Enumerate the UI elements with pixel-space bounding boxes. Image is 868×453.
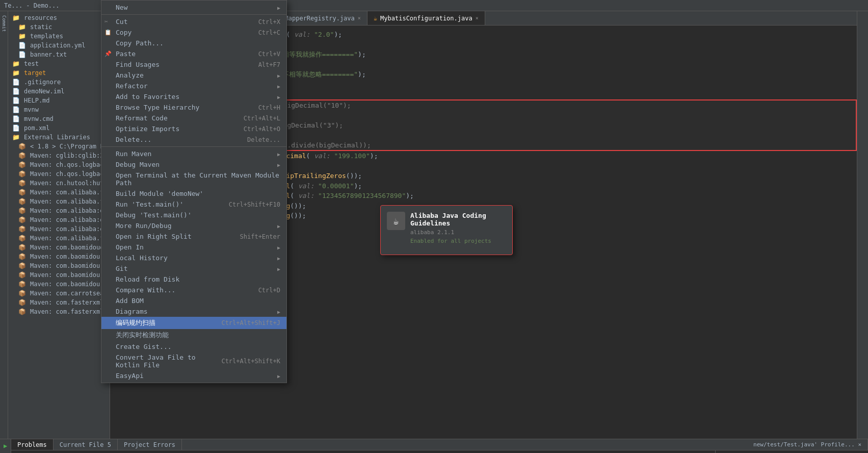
menu-item-find-usages[interactable]: Find UsagesAlt+F7 — [101, 59, 286, 70]
menu-label: Git — [116, 265, 127, 272]
sidebar-item-maven--com-fasterxml-jac[interactable]: 📦Maven: com.fasterxml.jac — [8, 307, 110, 316]
menu-item-debug-test[interactable]: Debug 'Test.main()' — [101, 210, 286, 220]
menu-item-paste[interactable]: 📌PasteCtrl+V — [101, 48, 286, 59]
menu-item-analyze[interactable]: Analyze — [101, 70, 286, 81]
sidebar-item--gitignore[interactable]: 📄.gitignore — [8, 78, 110, 87]
sidebar-item-maven--cglib-cglib-3-3-0[interactable]: 📦Maven: cglib:cglib:3.3.0 — [8, 151, 110, 160]
menu-item-reformat[interactable]: Reformat CodeCtrl+Alt+L — [101, 113, 286, 123]
sidebar-item-maven--com-alibaba-drui[interactable]: 📦Maven: com.alibaba:drui — [8, 215, 110, 224]
menu-item-open-right[interactable]: Open in Right SplitShift+Enter — [101, 231, 286, 242]
sidebar-item-maven--com-baomidou-m[interactable]: 📦Maven: com.baomidou:m — [8, 261, 110, 270]
sidebar-item-maven--cn-hutool-hutool--[interactable]: 📦Maven: cn.hutool:hutool-. — [8, 179, 110, 188]
menu-item-run-test[interactable]: Run 'Test.main()'Ctrl+Shift+F10 — [101, 199, 286, 210]
lib-icon: 📦 — [18, 299, 26, 306]
sidebar-item-external-libraries[interactable]: 📁External Libraries — [8, 133, 110, 142]
sidebar-item-maven--ch-qos-logback-lc[interactable]: 📦Maven: ch.qos.logback:lc — [8, 169, 110, 179]
sidebar-item-maven--com-baomidou-m[interactable]: 📦Maven: com.baomidou:m — [8, 252, 110, 261]
lib-icon: 📦 — [18, 244, 26, 251]
sidebar-item---1-8---c--program-files[interactable]: 📦< 1.8 > C:\Program Files — [8, 142, 110, 151]
file-icon: 📄 — [12, 88, 20, 95]
sidebar-item-maven--com-baomidoud-m[interactable]: 📦Maven: com.baomidoud:m — [8, 243, 110, 252]
sidebar-item-banner-txt[interactable]: 📄banner.txt — [8, 50, 110, 59]
menu-item-new[interactable]: New — [101, 2, 286, 13]
plugin-version: alibaba 2.1.1 — [410, 229, 506, 236]
sidebar-item-templates[interactable]: 📁templates — [8, 32, 110, 41]
menu-item-add-favorites[interactable]: Add to Favorites — [101, 91, 286, 102]
menu-label: More Run/Debug — [116, 222, 172, 230]
menu-item-coding-scan[interactable]: 编码规约扫描Ctrl+Alt+Shift+J — [101, 317, 286, 329]
sidebar-item-maven--ch-qos-logback-lc[interactable]: 📦Maven: ch.qos.logback:lc — [8, 160, 110, 169]
menu-item-build-module[interactable]: Build Module 'demoNew' — [101, 188, 286, 199]
menu-item-local-history[interactable]: Local History — [101, 253, 286, 263]
menu-item-refactor[interactable]: Refactor — [101, 81, 286, 91]
sidebar-item-maven--com-carrotsearch[interactable]: 📦Maven: com.carrotsearch — [8, 289, 110, 298]
lib-icon: 📦 — [18, 235, 26, 242]
menu-item-compare-with[interactable]: Compare With...Ctrl+D — [101, 285, 286, 295]
menu-item-add-bom[interactable]: Add BOM — [101, 295, 286, 306]
folder-icon: 📁 — [12, 134, 20, 141]
menu-item-debug-maven[interactable]: Debug Maven — [101, 159, 286, 170]
submenu-arrow — [277, 222, 280, 230]
sidebar-item-maven--com-alibaba-easy[interactable]: 📦Maven: com.alibaba:easy — [8, 224, 110, 234]
folder-icon: 📁 — [18, 33, 26, 40]
menu-item-reload-disk[interactable]: Reload from Disk — [101, 274, 286, 285]
menu-item-git[interactable]: Git — [101, 263, 286, 274]
tab-mybatisconfiguration-java[interactable]: ☕MybatisConfiguration.java× — [367, 11, 485, 25]
sidebar-item-help-md[interactable]: 📄HELP.md — [8, 96, 110, 105]
problems-tab[interactable]: Problems — [11, 439, 54, 450]
sidebar-item-demonew-iml[interactable]: 📄demoNew.iml — [8, 87, 110, 96]
sidebar-item-maven--com-alibaba-fastj[interactable]: 📦Maven: com.alibaba.fastj — [8, 188, 110, 197]
sidebar-item-target[interactable]: 📁target — [8, 68, 110, 78]
sidebar-item-maven--com-baomidou-m[interactable]: 📦Maven: com.baomidou:m — [8, 280, 110, 289]
sidebar-item-test[interactable]: 📁test — [8, 59, 110, 68]
tab-close-button[interactable]: × — [358, 15, 361, 21]
sidebar-item-mvnw[interactable]: 📄mvnw — [8, 105, 110, 114]
tab-close-button[interactable]: × — [476, 15, 479, 21]
run-button[interactable]: ▶ — [1, 441, 10, 450]
menu-label: Debug 'Test.main()' — [116, 211, 192, 219]
context-menu: New✂CutCtrl+X📋CopyCtrl+CCopy Path...📌Pas… — [101, 0, 287, 383]
menu-item-run-maven[interactable]: Run Maven — [101, 148, 286, 159]
sidebar-item-maven--com-alibaba-drui[interactable]: 📦Maven: com.alibaba:drui — [8, 206, 110, 215]
menu-item-easy-api[interactable]: EasyApi — [101, 370, 286, 381]
menu-item-copy-path[interactable]: Copy Path... — [101, 38, 286, 48]
menu-shortcut: Ctrl+Alt+L — [244, 115, 280, 122]
right-panel-handle[interactable] — [857, 11, 868, 439]
menu-label: Run Maven — [116, 150, 151, 158]
sidebar-item-maven--com-fasterxml-jac[interactable]: 📦Maven: com.fasterxml.jac — [8, 298, 110, 307]
sidebar-item-maven--com-alibaba-fastj[interactable]: 📦Maven: com.alibaba.fastj — [8, 234, 110, 243]
menu-item-cut[interactable]: ✂CutCtrl+X — [101, 16, 286, 27]
menu-item-create-gist[interactable]: Create Gist... — [101, 341, 286, 352]
sidebar-item-application-yml[interactable]: 📄application.yml — [8, 41, 110, 50]
menu-label: Compare With... — [116, 286, 175, 294]
menu-item-open-in[interactable]: Open In — [101, 242, 286, 253]
menu-item-convert-kotlin[interactable]: Convert Java File to Kotlin FileCtrl+Alt… — [101, 352, 286, 370]
menu-item-open-terminal[interactable]: Open Terminal at the Current Maven Modul… — [101, 170, 286, 188]
submenu-arrow — [277, 161, 280, 168]
sidebar-item-resources[interactable]: 📁resources — [8, 13, 110, 22]
menu-shortcut: Alt+F7 — [258, 61, 280, 68]
menu-label: Browse Type Hierarchy — [116, 104, 199, 111]
tab-label: MybatisConfiguration.java — [380, 15, 472, 22]
sidebar-item-maven--com-baomidou-m[interactable]: 📦Maven: com.baomidou:m — [8, 270, 110, 280]
submenu-arrow — [277, 243, 280, 251]
bottom-panel: ▶ ■ ≡ ⊟ Problems Current File 5 Project … — [0, 439, 868, 453]
inspect-panel: Select inspection to see problems. — [715, 450, 868, 453]
profile-tab[interactable]: new/test/Test.java' Profile... × — [747, 439, 868, 450]
menu-item-copy[interactable]: 📋CopyCtrl+C — [101, 27, 286, 38]
project-errors-tab[interactable]: Project Errors — [118, 439, 182, 450]
menu-item-browse-hierarchy[interactable]: Browse Type HierarchyCtrl+H — [101, 102, 286, 113]
commit-button[interactable]: Commit — [0, 13, 9, 34]
menu-item-diagrams[interactable]: Diagrams — [101, 306, 286, 317]
menu-label: Open In — [116, 243, 144, 251]
sidebar-item-mvnw-cmd[interactable]: 📄mvnw.cmd — [8, 114, 110, 123]
sidebar-item-static[interactable]: 📁static — [8, 22, 110, 32]
current-file-tab[interactable]: Current File 5 — [54, 439, 118, 450]
sidebar-item-maven--com-alibaba-fastj[interactable]: 📦Maven: com.alibaba.fastj — [8, 197, 110, 206]
menu-item-close-realtime[interactable]: 关闭实时检测功能 — [101, 329, 286, 341]
menu-item-delete[interactable]: Delete...Delete... — [101, 134, 286, 145]
menu-item-more-run[interactable]: More Run/Debug — [101, 220, 286, 231]
sidebar-item-pom-xml[interactable]: 📄pom.xml — [8, 123, 110, 133]
menu-item-optimize-imports[interactable]: Optimize ImportsCtrl+Alt+O — [101, 123, 286, 134]
menu-shortcut: Shift+Enter — [240, 233, 280, 240]
